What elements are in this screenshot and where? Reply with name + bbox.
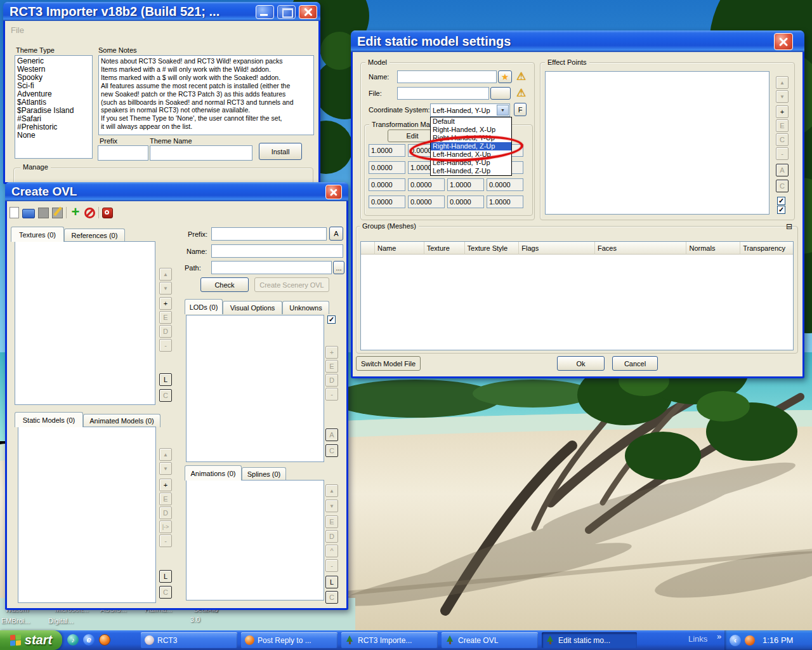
header-faces[interactable]: Faces [595, 242, 687, 255]
delete-button[interactable]: D [159, 325, 172, 338]
tray-collapse-icon[interactable]: ‹ [730, 635, 741, 646]
effect-points-listbox[interactable] [545, 71, 769, 215]
tab-textures[interactable]: Textures (0) [11, 227, 64, 242]
browse-button[interactable]: ... [333, 261, 344, 274]
effect-checkbox-1[interactable]: ✓ [777, 197, 785, 205]
taskbar-item-rct3-importer[interactable]: RCT3 Importe... [341, 632, 438, 648]
remove-button[interactable]: - [776, 147, 789, 160]
textures-listbox[interactable] [15, 241, 155, 405]
edit-button[interactable]: E [325, 515, 338, 528]
promote-button[interactable]: ^ [325, 545, 338, 557]
tab-visual-options[interactable]: Visual Options [223, 301, 282, 314]
theme-name-input[interactable] [150, 145, 252, 161]
c-toggle-button[interactable]: C [159, 586, 172, 599]
header-name[interactable]: Name [375, 242, 424, 255]
prefix-input[interactable] [211, 227, 327, 241]
animations-listbox[interactable] [186, 480, 324, 600]
a-toggle-button[interactable]: A [776, 164, 789, 176]
tab-splines[interactable]: Splines (0) [242, 467, 286, 481]
tab-animated-models[interactable]: Animated Models (0) [83, 414, 160, 427]
c-toggle-button[interactable]: C [159, 389, 172, 402]
move-down-button[interactable]: ▼ [159, 462, 172, 475]
header-blank[interactable] [361, 242, 375, 255]
save-as-icon[interactable] [52, 208, 63, 218]
prefix-input[interactable] [98, 145, 148, 161]
desktop-icon-label[interactable]: 3.0 [190, 616, 200, 623]
notes-textbox[interactable]: Notes about RCT3 Soaked! and RCT3 Wild! … [98, 55, 314, 135]
move-up-button[interactable]: ▲ [325, 484, 338, 497]
groups-table[interactable]: Name Texture Texture Style Flags Faces N… [360, 241, 794, 350]
create-ovl-titlebar[interactable]: Create OVL [5, 182, 348, 201]
model-file-input[interactable] [397, 87, 489, 100]
tab-unknowns[interactable]: Unknowns [282, 301, 329, 314]
edit-button[interactable]: E [325, 360, 338, 373]
lods-checkbox[interactable]: ✓ [327, 315, 336, 324]
save-icon[interactable] [38, 208, 49, 218]
l-toggle-button[interactable]: L [325, 576, 338, 588]
switch-model-file-button[interactable]: Switch Model File [356, 356, 421, 371]
dropdown-item[interactable]: Default [431, 117, 511, 126]
file-browse-button[interactable] [490, 87, 511, 100]
tab-static-models[interactable]: Static Models (0) [15, 412, 83, 427]
static-models-listbox[interactable] [18, 427, 156, 603]
coordinate-system-combobox[interactable]: Left-Handed, Y-Up ▼ [430, 103, 510, 117]
l-toggle-button[interactable]: L [159, 570, 172, 583]
dropdown-item[interactable]: Right-Handed, X-Up [431, 126, 511, 134]
theme-type-listbox[interactable]: Generic Western Spooky Sci-fi Adventure … [15, 55, 93, 159]
dropdown-item[interactable]: Left-Handed, Z-Up [431, 167, 511, 175]
internet-explorer-icon[interactable]: e [83, 634, 95, 646]
move-down-button[interactable]: ▼ [159, 282, 172, 295]
edit-button[interactable]: E [776, 119, 789, 132]
start-button[interactable]: start [0, 630, 62, 650]
close-icon[interactable] [325, 185, 342, 199]
remove-button[interactable]: - [159, 534, 172, 547]
c-toggle-button[interactable]: C [776, 180, 789, 192]
edit-button[interactable]: E [159, 311, 172, 324]
move-up-button[interactable]: ▲ [159, 268, 172, 281]
header-texture[interactable]: Texture [424, 242, 465, 255]
move-up-button[interactable]: ▲ [776, 76, 789, 89]
maximize-button[interactable] [277, 5, 296, 19]
a-toggle-button[interactable]: A [325, 428, 338, 441]
delete-button[interactable]: D [325, 374, 338, 387]
open-folder-icon[interactable] [22, 209, 35, 218]
create-scenery-ovl-button[interactable]: Create Scenery OVL [254, 277, 329, 292]
close-icon[interactable] [299, 5, 317, 19]
tab-lods[interactable]: LODs (0) [185, 299, 223, 314]
l-toggle-button[interactable]: L [159, 373, 172, 386]
model-name-input[interactable] [397, 70, 497, 83]
install-button[interactable]: Install [259, 143, 302, 160]
panel-toggle-icon[interactable]: ⊟ [786, 223, 792, 230]
minimize-button[interactable] [256, 5, 274, 19]
edit-model-titlebar[interactable]: Edit static model settings [351, 30, 804, 52]
links-toolbar-label[interactable]: Links [688, 634, 707, 644]
list-item[interactable]: None [15, 131, 92, 140]
ok-button[interactable]: Ok [557, 356, 605, 371]
add-button[interactable]: + [159, 297, 172, 310]
delete-button[interactable]: D [159, 507, 172, 519]
add-icon[interactable]: + [70, 207, 81, 218]
block-icon[interactable] [84, 208, 95, 218]
convert-button[interactable]: |-> [159, 521, 172, 533]
add-button[interactable]: + [776, 105, 789, 118]
new-file-icon[interactable] [10, 207, 19, 218]
links-chevron[interactable]: » [717, 632, 721, 641]
taskbar-item-rct3[interactable]: RCT3 [141, 632, 237, 648]
c-toggle-button[interactable]: C [325, 444, 338, 457]
desktop-icon-label[interactable]: EMBroi... [1, 617, 30, 625]
menu-file[interactable]: File [11, 25, 24, 35]
header-transparency[interactable]: Transparency [740, 242, 793, 255]
f-button[interactable]: F [514, 103, 527, 116]
c-toggle-button[interactable]: C [325, 591, 338, 604]
header-texture-style[interactable]: Texture Style [465, 242, 520, 255]
desktop-icon-label[interactable]: Digital... [48, 617, 74, 625]
a-button[interactable]: A [329, 227, 343, 241]
tab-references[interactable]: References (0) [64, 229, 125, 242]
remove-button[interactable]: - [159, 339, 172, 352]
taskbar-item-post-reply[interactable]: Post Reply to ... [241, 632, 337, 648]
effect-checkbox-2[interactable]: ✓ [777, 206, 785, 214]
name-input[interactable] [211, 244, 343, 258]
remove-button[interactable]: - [325, 388, 338, 401]
chevron-down-icon[interactable]: ▼ [497, 105, 509, 116]
taskbar-item-edit-static-model[interactable]: Edit static mo... [542, 632, 637, 648]
